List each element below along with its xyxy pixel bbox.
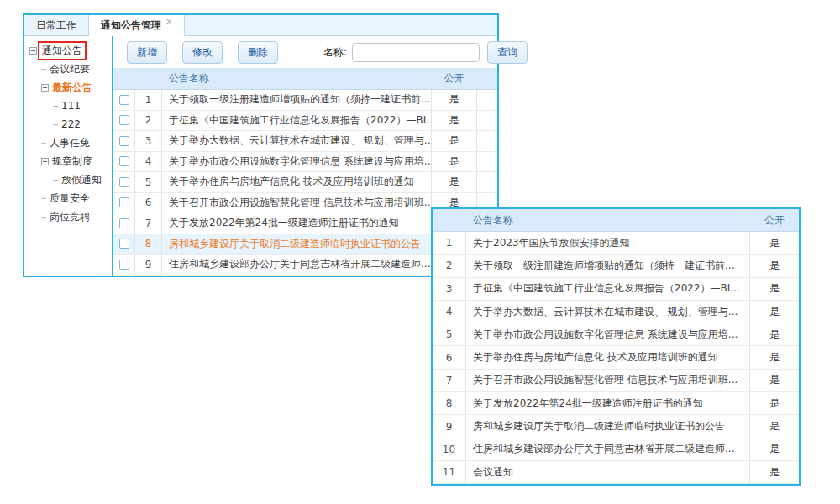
tree-node-111[interactable]: 111 bbox=[29, 97, 112, 115]
popup-table-row[interactable]: 10住房和城乡建设部办公厅关于同意吉林省开展二级建造师...是 bbox=[433, 438, 799, 461]
close-tab-icon[interactable]: × bbox=[165, 17, 172, 26]
notice-title[interactable]: 房和城乡建设厅关于取消二级建造师临时执业证书的公告 bbox=[162, 234, 432, 255]
tree-node-label: 最新公告 bbox=[52, 81, 92, 95]
row-index: 2 bbox=[433, 255, 466, 276]
tree-node-label: 人事任免 bbox=[50, 136, 90, 150]
tree-node-通知公告[interactable]: 通知公告 bbox=[29, 41, 112, 60]
row-checkbox[interactable] bbox=[119, 177, 129, 187]
tree-connector bbox=[41, 217, 46, 218]
tree-node-人事任免[interactable]: 人事任免 bbox=[29, 134, 112, 152]
notice-title[interactable]: 关于2023年国庆节放假安排的通知 bbox=[466, 232, 750, 254]
notice-title[interactable]: 关于举办大数据、云计算技术在城市建设、 规划、管理与... bbox=[162, 131, 432, 151]
popup-table-row[interactable]: 6关于举办住房与房地产信息化 技术及应用培训班的通知是 bbox=[433, 346, 799, 369]
row-index: 5 bbox=[433, 323, 466, 345]
name-filter-input[interactable] bbox=[352, 43, 480, 62]
delete-button[interactable]: 删除 bbox=[238, 41, 278, 64]
header-checkbox-cell bbox=[113, 68, 135, 89]
notice-title[interactable]: 关于发放2022年第24批一级建造师注册证书的通知 bbox=[162, 213, 432, 234]
notice-title[interactable]: 关于举办大数据、云计算技术在城市建设、 规划、管理与... bbox=[466, 301, 750, 323]
add-button[interactable]: 新增 bbox=[127, 41, 167, 64]
tree-node-放假通知[interactable]: 放假通知 bbox=[29, 171, 112, 189]
tree-node-label: 通知公告 bbox=[40, 44, 84, 58]
popup-table-row[interactable]: 5关于举办市政公用设施数字化管理信息 系统建设与应用培...是 bbox=[433, 323, 799, 346]
table-row[interactable]: 4关于举办市政公用设施数字化管理信息 系统建设与应用培...是 bbox=[113, 152, 497, 173]
tab-daily-work[interactable]: 日常工作 bbox=[24, 15, 88, 35]
row-checkbox[interactable] bbox=[119, 218, 129, 228]
public-flag: 是 bbox=[750, 323, 799, 345]
row-extra-cell bbox=[477, 172, 497, 192]
tree-node-label: 质量安全 bbox=[50, 192, 90, 206]
row-checkbox[interactable] bbox=[119, 136, 129, 146]
row-checkbox-cell bbox=[113, 131, 135, 151]
tree-node-label: 岗位竞聘 bbox=[50, 210, 90, 224]
tree-node-label: 放假通知 bbox=[61, 173, 102, 187]
row-index: 2 bbox=[135, 111, 162, 131]
notice-title[interactable]: 关于领取一级注册建造师增项贴的通知（须持一建证书前... bbox=[162, 90, 432, 110]
public-flag: 是 bbox=[432, 172, 477, 192]
notice-title[interactable]: 关于发放2022年第24批一级建造师注册证书的通知 bbox=[466, 392, 750, 414]
notice-title[interactable]: 于征集《中国建筑施工行业信息化发展报告（2022）—BI... bbox=[162, 111, 432, 131]
row-checkbox-cell bbox=[113, 172, 135, 192]
notice-title[interactable]: 会议通知 bbox=[466, 461, 750, 483]
row-index: 4 bbox=[135, 152, 162, 172]
tree-node-最新公告[interactable]: 最新公告 bbox=[29, 78, 112, 97]
popup-table-row[interactable]: 9房和城乡建设厅关于取消二级建造师临时执业证书的公告是 bbox=[433, 415, 799, 438]
public-flag: 是 bbox=[750, 232, 799, 254]
tab-notice-management[interactable]: 通知公告管理 × bbox=[88, 15, 185, 36]
collapse-icon[interactable] bbox=[41, 84, 49, 92]
row-checkbox[interactable] bbox=[119, 115, 129, 125]
row-checkbox[interactable] bbox=[119, 260, 129, 270]
notice-title[interactable]: 关于举办住房与房地产信息化 技术及应用培训班的通知 bbox=[162, 172, 432, 192]
row-extra-cell bbox=[477, 90, 497, 110]
tree-node-质量安全[interactable]: 质量安全 bbox=[29, 189, 112, 207]
public-flag: 是 bbox=[750, 255, 799, 276]
row-checkbox-cell bbox=[113, 111, 135, 131]
row-checkbox[interactable] bbox=[119, 156, 129, 166]
public-flag: 是 bbox=[432, 90, 477, 110]
row-checkbox[interactable] bbox=[119, 239, 129, 249]
table-row[interactable]: 5关于举办住房与房地产信息化 技术及应用培训班的通知是 bbox=[113, 172, 497, 193]
notice-title[interactable]: 关于召开市政公用设施智慧化管理 信息技术与应用培训班... bbox=[162, 193, 432, 213]
popup-table-row[interactable]: 1关于2023年国庆节放假安排的通知是 bbox=[433, 232, 799, 255]
row-index: 8 bbox=[135, 234, 162, 255]
tab-daily-work-label: 日常工作 bbox=[36, 18, 76, 33]
collapse-icon[interactable] bbox=[29, 47, 37, 55]
public-flag: 是 bbox=[432, 152, 477, 172]
notice-title[interactable]: 房和城乡建设厅关于取消二级建造师临时执业证书的公告 bbox=[466, 415, 750, 437]
header-public-cell: 公开 bbox=[432, 68, 477, 89]
popup-table-row[interactable]: 2关于领取一级注册建造师增项贴的通知（须持一建证书前...是 bbox=[433, 255, 799, 277]
tree-connector bbox=[41, 143, 46, 144]
popup-table-row[interactable]: 3于征集《中国建筑施工行业信息化发展报告（2022）—BI...是 bbox=[433, 278, 799, 301]
popup-header-name-cell: 公告名称 bbox=[466, 209, 750, 231]
tree-node-岗位竞聘[interactable]: 岗位竞聘 bbox=[29, 207, 112, 226]
popup-table-row[interactable]: 4关于举办大数据、云计算技术在城市建设、 规划、管理与...是 bbox=[433, 301, 799, 323]
notice-title[interactable]: 于征集《中国建筑施工行业信息化发展报告（2022）—BI... bbox=[466, 278, 750, 300]
tree-connector bbox=[53, 180, 58, 181]
tree-connector bbox=[53, 106, 58, 107]
row-checkbox[interactable] bbox=[119, 197, 129, 207]
notice-title[interactable]: 关于召开市政公用设施智慧化管理 信息技术与应用培训班... bbox=[466, 370, 750, 391]
public-flag: 是 bbox=[750, 415, 799, 437]
tree-node-会议纪要[interactable]: 会议纪要 bbox=[29, 60, 112, 78]
row-checkbox[interactable] bbox=[119, 95, 129, 105]
tree-node-222[interactable]: 222 bbox=[29, 115, 112, 134]
table-row[interactable]: 3关于举办大数据、云计算技术在城市建设、 规划、管理与...是 bbox=[113, 131, 497, 152]
table-row[interactable]: 2于征集《中国建筑施工行业信息化发展报告（2022）—BI...是 bbox=[113, 111, 497, 132]
panel-body: 通知公告会议纪要最新公告111222人事任免规章制度放假通知质量安全岗位竞聘 新… bbox=[24, 36, 497, 276]
notice-title[interactable]: 关于举办住房与房地产信息化 技术及应用培训班的通知 bbox=[466, 346, 750, 368]
query-button[interactable]: 查询 bbox=[487, 41, 528, 64]
tree-node-规章制度[interactable]: 规章制度 bbox=[29, 152, 112, 171]
notice-title[interactable]: 关于领取一级注册建造师增项贴的通知（须持一建证书前... bbox=[466, 255, 750, 276]
header-name-cell: 公告名称 bbox=[162, 68, 432, 89]
row-checkbox-cell bbox=[113, 193, 135, 213]
table-row[interactable]: 1关于领取一级注册建造师增项贴的通知（须持一建证书前...是 bbox=[113, 90, 497, 111]
notice-title[interactable]: 住房和城乡建设部办公厅关于同意吉林省开展二级建造师... bbox=[466, 438, 750, 460]
notice-title[interactable]: 住房和城乡建设部办公厅关于同意吉林省开展二级建造师... bbox=[162, 255, 432, 275]
notice-title[interactable]: 关于举办市政公用设施数字化管理信息 系统建设与应用培... bbox=[466, 323, 750, 345]
collapse-icon[interactable] bbox=[41, 158, 49, 165]
edit-button[interactable]: 修改 bbox=[182, 41, 223, 64]
popup-table-row[interactable]: 7关于召开市政公用设施智慧化管理 信息技术与应用培训班...是 bbox=[433, 370, 799, 392]
notice-title[interactable]: 关于举办市政公用设施数字化管理信息 系统建设与应用培... bbox=[162, 152, 432, 172]
popup-table-row[interactable]: 8关于发放2022年第24批一级建造师注册证书的通知是 bbox=[433, 392, 799, 415]
popup-table-row[interactable]: 11会议通知是 bbox=[433, 461, 799, 484]
